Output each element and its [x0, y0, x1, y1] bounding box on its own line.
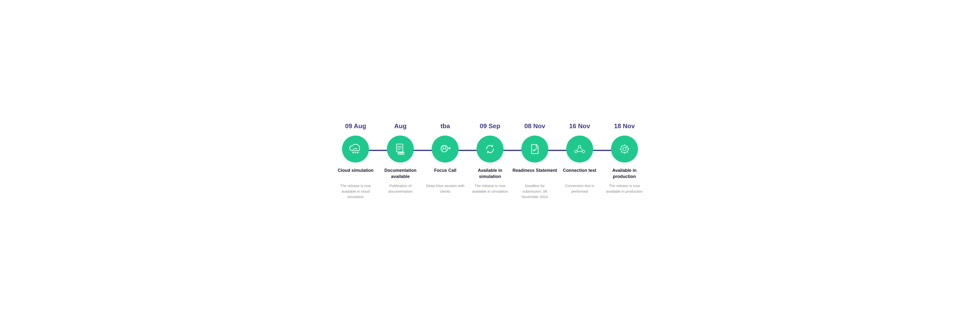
timeline-desc-6: The release is now available in producti… [605, 183, 644, 194]
timeline-circle-1 [387, 136, 414, 163]
svg-line-16 [581, 148, 582, 151]
timeline-item-5: 16 Nov Connection test Connection test i… [557, 122, 602, 194]
svg-line-15 [577, 148, 579, 151]
timeline-desc-3: The release is now available in simulati… [470, 183, 510, 194]
timeline-item-0: 09 Aug Cloud simulation The release is n… [333, 122, 378, 200]
timeline-date-5: 16 Nov [569, 122, 590, 131]
timeline-date-1: Aug [394, 122, 407, 131]
timeline-date-3: 09 Sep [480, 122, 500, 131]
timeline-date-6: 18 Nov [614, 122, 635, 131]
timeline-item-4: 08 Nov Readiness Statement Deadline for … [512, 122, 557, 200]
timeline-item-1: Aug Documentation available Publication … [378, 122, 423, 194]
svg-point-19 [620, 145, 628, 153]
timeline-circle-2 [432, 136, 459, 163]
timeline-circle-5 [566, 136, 593, 163]
timeline-label-2: Focus Call [434, 167, 457, 180]
timeline-circle-4 [521, 136, 548, 163]
timeline-item-2: tba Focus Call Deep-Dive session with cl… [423, 122, 468, 194]
timeline-desc-5: Connection test is performed [560, 183, 599, 194]
timeline-circle-0 [342, 136, 369, 163]
timeline-item-3: 09 Sep Available in simulation The relea… [468, 122, 512, 194]
svg-point-18 [623, 148, 626, 151]
svg-marker-11 [448, 147, 450, 150]
timeline-date-4: 08 Nov [524, 122, 545, 131]
timeline-label-5: Connection test [563, 167, 596, 180]
timeline-desc-1: Publication of documentation [381, 183, 420, 194]
timeline-desc-2: Deep-Dive session with clients [426, 183, 465, 194]
timeline-label-3: Available in simulation [468, 167, 512, 180]
timeline-label-4: Readiness Statement [512, 167, 557, 180]
timeline-label-1: Documentation available [378, 167, 423, 180]
timeline-circle-3 [477, 136, 503, 163]
timeline-circle-6 [611, 136, 638, 163]
timeline-container: 09 Aug Cloud simulation The release is n… [318, 113, 662, 214]
timeline-desc-0: The release is now available in cloud si… [336, 183, 375, 200]
timeline-date-2: tba [441, 122, 450, 131]
timeline-wrapper: 09 Aug Cloud simulation The release is n… [333, 122, 647, 200]
timeline-label-6: Available in production [602, 167, 647, 180]
timeline-label-0: Cloud simulation [337, 167, 373, 180]
timeline-item-6: 18 Nov Available in production The relea… [602, 122, 647, 194]
timeline-desc-4: Deadline for submission: 08 November 202… [515, 183, 554, 200]
timeline-date-0: 09 Aug [345, 122, 366, 131]
